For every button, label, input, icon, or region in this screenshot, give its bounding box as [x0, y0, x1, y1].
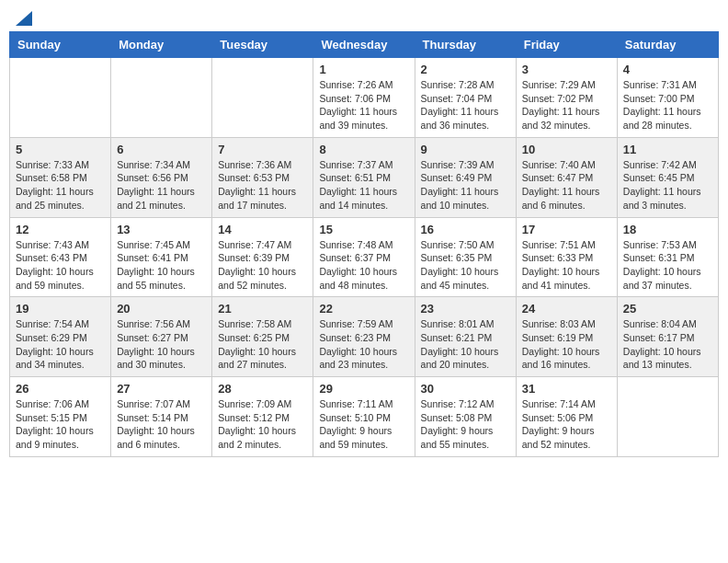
days-header-row: SundayMondayTuesdayWednesdayThursdayFrid…	[10, 32, 719, 58]
calendar-cell: 14Sunrise: 7:47 AM Sunset: 6:39 PM Dayli…	[212, 217, 313, 297]
calendar: SundayMondayTuesdayWednesdayThursdayFrid…	[9, 31, 719, 457]
day-number: 8	[319, 143, 408, 156]
calendar-cell: 11Sunrise: 7:42 AM Sunset: 6:45 PM Dayli…	[617, 137, 718, 217]
day-header-thursday: Thursday	[415, 32, 516, 58]
day-number: 16	[421, 223, 510, 236]
day-info: Sunrise: 7:47 AM Sunset: 6:39 PM Dayligh…	[218, 238, 307, 293]
calendar-cell	[617, 377, 718, 457]
calendar-cell: 29Sunrise: 7:11 AM Sunset: 5:10 PM Dayli…	[313, 377, 415, 457]
calendar-cell	[10, 58, 111, 138]
calendar-cell: 18Sunrise: 7:53 AM Sunset: 6:31 PM Dayli…	[617, 217, 718, 297]
svg-marker-0	[16, 11, 32, 26]
calendar-cell: 19Sunrise: 7:54 AM Sunset: 6:29 PM Dayli…	[10, 297, 111, 377]
day-info: Sunrise: 7:14 AM Sunset: 5:06 PM Dayligh…	[522, 397, 611, 452]
day-number: 27	[117, 382, 206, 396]
calendar-cell: 6Sunrise: 7:34 AM Sunset: 6:56 PM Daylig…	[111, 137, 212, 217]
calendar-cell: 2Sunrise: 7:28 AM Sunset: 7:04 PM Daylig…	[415, 58, 516, 138]
day-header-wednesday: Wednesday	[313, 32, 415, 58]
calendar-cell: 28Sunrise: 7:09 AM Sunset: 5:12 PM Dayli…	[212, 377, 313, 457]
day-info: Sunrise: 7:28 AM Sunset: 7:04 PM Dayligh…	[421, 78, 510, 132]
day-info: Sunrise: 7:39 AM Sunset: 6:49 PM Dayligh…	[421, 158, 510, 213]
week-row-2: 5Sunrise: 7:33 AM Sunset: 6:58 PM Daylig…	[10, 137, 719, 217]
day-number: 21	[218, 302, 307, 316]
day-info: Sunrise: 7:31 AM Sunset: 7:00 PM Dayligh…	[623, 78, 712, 132]
day-header-monday: Monday	[111, 32, 212, 58]
day-info: Sunrise: 7:36 AM Sunset: 6:53 PM Dayligh…	[218, 158, 307, 213]
calendar-cell: 10Sunrise: 7:40 AM Sunset: 6:47 PM Dayli…	[516, 137, 617, 217]
day-header-saturday: Saturday	[617, 32, 718, 58]
day-number: 5	[16, 143, 105, 156]
day-header-sunday: Sunday	[10, 32, 111, 58]
day-info: Sunrise: 7:54 AM Sunset: 6:29 PM Dayligh…	[16, 317, 105, 372]
day-info: Sunrise: 7:06 AM Sunset: 5:15 PM Dayligh…	[16, 397, 105, 452]
day-info: Sunrise: 7:53 AM Sunset: 6:31 PM Dayligh…	[623, 238, 712, 293]
day-info: Sunrise: 7:56 AM Sunset: 6:27 PM Dayligh…	[117, 317, 206, 372]
day-number: 30	[421, 382, 510, 396]
day-info: Sunrise: 7:50 AM Sunset: 6:35 PM Dayligh…	[421, 238, 510, 293]
calendar-cell: 13Sunrise: 7:45 AM Sunset: 6:41 PM Dayli…	[111, 217, 212, 297]
calendar-cell	[212, 58, 313, 138]
day-info: Sunrise: 7:58 AM Sunset: 6:25 PM Dayligh…	[218, 317, 307, 372]
day-number: 29	[319, 382, 408, 396]
day-number: 24	[522, 302, 611, 316]
day-info: Sunrise: 7:42 AM Sunset: 6:45 PM Dayligh…	[623, 158, 712, 213]
day-number: 9	[421, 143, 510, 156]
day-number: 31	[522, 382, 611, 396]
day-number: 20	[117, 302, 206, 316]
calendar-cell: 16Sunrise: 7:50 AM Sunset: 6:35 PM Dayli…	[415, 217, 516, 297]
day-number: 22	[319, 302, 408, 316]
calendar-cell: 24Sunrise: 8:03 AM Sunset: 6:19 PM Dayli…	[516, 297, 617, 377]
day-number: 19	[16, 302, 105, 316]
day-info: Sunrise: 8:01 AM Sunset: 6:21 PM Dayligh…	[421, 317, 510, 372]
day-info: Sunrise: 7:51 AM Sunset: 6:33 PM Dayligh…	[522, 238, 611, 293]
logo	[14, 9, 32, 22]
day-number: 28	[218, 382, 307, 396]
calendar-cell: 26Sunrise: 7:06 AM Sunset: 5:15 PM Dayli…	[10, 377, 111, 457]
day-number: 10	[522, 143, 611, 156]
day-info: Sunrise: 7:34 AM Sunset: 6:56 PM Dayligh…	[117, 158, 206, 213]
day-number: 18	[623, 223, 712, 236]
day-info: Sunrise: 8:03 AM Sunset: 6:19 PM Dayligh…	[522, 317, 611, 372]
day-info: Sunrise: 7:59 AM Sunset: 6:23 PM Dayligh…	[319, 317, 408, 372]
day-number: 7	[218, 143, 307, 156]
day-info: Sunrise: 7:07 AM Sunset: 5:14 PM Dayligh…	[117, 397, 206, 452]
week-row-4: 19Sunrise: 7:54 AM Sunset: 6:29 PM Dayli…	[10, 297, 719, 377]
day-number: 13	[117, 223, 206, 236]
page-header	[9, 9, 719, 22]
week-row-1: 1Sunrise: 7:26 AM Sunset: 7:06 PM Daylig…	[10, 58, 719, 138]
calendar-cell: 7Sunrise: 7:36 AM Sunset: 6:53 PM Daylig…	[212, 137, 313, 217]
day-number: 26	[16, 382, 105, 396]
calendar-cell: 1Sunrise: 7:26 AM Sunset: 7:06 PM Daylig…	[313, 58, 415, 138]
calendar-cell: 21Sunrise: 7:58 AM Sunset: 6:25 PM Dayli…	[212, 297, 313, 377]
calendar-cell	[111, 58, 212, 138]
day-header-tuesday: Tuesday	[212, 32, 313, 58]
calendar-cell: 15Sunrise: 7:48 AM Sunset: 6:37 PM Dayli…	[313, 217, 415, 297]
day-info: Sunrise: 7:11 AM Sunset: 5:10 PM Dayligh…	[319, 397, 408, 452]
day-header-friday: Friday	[516, 32, 617, 58]
day-number: 17	[522, 223, 611, 236]
day-number: 1	[319, 63, 408, 76]
calendar-cell: 17Sunrise: 7:51 AM Sunset: 6:33 PM Dayli…	[516, 217, 617, 297]
day-info: Sunrise: 7:45 AM Sunset: 6:41 PM Dayligh…	[117, 238, 206, 293]
calendar-cell: 25Sunrise: 8:04 AM Sunset: 6:17 PM Dayli…	[617, 297, 718, 377]
week-row-3: 12Sunrise: 7:43 AM Sunset: 6:43 PM Dayli…	[10, 217, 719, 297]
day-number: 25	[623, 302, 712, 316]
calendar-cell: 8Sunrise: 7:37 AM Sunset: 6:51 PM Daylig…	[313, 137, 415, 217]
calendar-cell: 30Sunrise: 7:12 AM Sunset: 5:08 PM Dayli…	[415, 377, 516, 457]
day-info: Sunrise: 7:48 AM Sunset: 6:37 PM Dayligh…	[319, 238, 408, 293]
week-row-5: 26Sunrise: 7:06 AM Sunset: 5:15 PM Dayli…	[10, 377, 719, 457]
day-number: 3	[522, 63, 611, 76]
day-info: Sunrise: 7:12 AM Sunset: 5:08 PM Dayligh…	[421, 397, 510, 452]
calendar-cell: 3Sunrise: 7:29 AM Sunset: 7:02 PM Daylig…	[516, 58, 617, 138]
day-info: Sunrise: 7:43 AM Sunset: 6:43 PM Dayligh…	[16, 238, 105, 293]
day-number: 12	[16, 223, 105, 236]
calendar-cell: 23Sunrise: 8:01 AM Sunset: 6:21 PM Dayli…	[415, 297, 516, 377]
day-number: 6	[117, 143, 206, 156]
calendar-cell: 4Sunrise: 7:31 AM Sunset: 7:00 PM Daylig…	[617, 58, 718, 138]
calendar-cell: 27Sunrise: 7:07 AM Sunset: 5:14 PM Dayli…	[111, 377, 212, 457]
day-info: Sunrise: 8:04 AM Sunset: 6:17 PM Dayligh…	[623, 317, 712, 372]
calendar-cell: 22Sunrise: 7:59 AM Sunset: 6:23 PM Dayli…	[313, 297, 415, 377]
day-number: 15	[319, 223, 408, 236]
day-info: Sunrise: 7:29 AM Sunset: 7:02 PM Dayligh…	[522, 78, 611, 132]
day-number: 14	[218, 223, 307, 236]
